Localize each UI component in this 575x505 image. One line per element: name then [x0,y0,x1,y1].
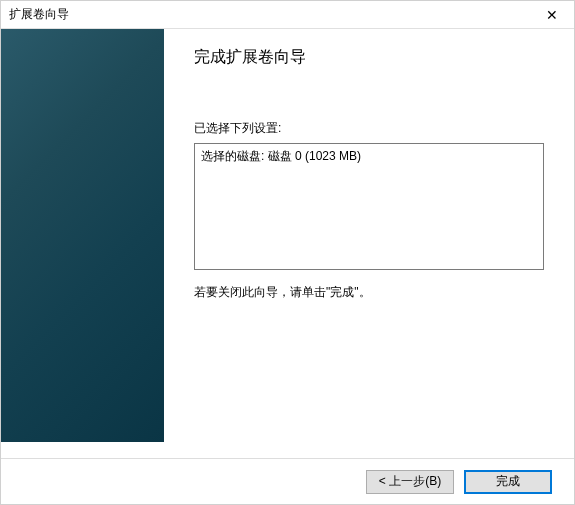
settings-item: 选择的磁盘: 磁盘 0 (1023 MB) [201,148,537,165]
wizard-side-graphic [1,29,164,442]
content-area: 完成扩展卷向导 已选择下列设置: 选择的磁盘: 磁盘 0 (1023 MB) 若… [1,29,574,458]
titlebar: 扩展卷向导 ✕ [1,1,574,29]
page-heading: 完成扩展卷向导 [194,47,544,68]
selected-settings-label: 已选择下列设置: [194,120,544,137]
settings-listbox[interactable]: 选择的磁盘: 磁盘 0 (1023 MB) [194,143,544,270]
wizard-window: 扩展卷向导 ✕ 完成扩展卷向导 已选择下列设置: 选择的磁盘: 磁盘 0 (10… [0,0,575,505]
finish-hint: 若要关闭此向导，请单击"完成"。 [194,284,544,301]
back-button[interactable]: < 上一步(B) [366,470,454,494]
close-button[interactable]: ✕ [529,1,574,29]
main-panel: 完成扩展卷向导 已选择下列设置: 选择的磁盘: 磁盘 0 (1023 MB) 若… [164,29,574,458]
window-title: 扩展卷向导 [9,6,69,23]
close-icon: ✕ [546,7,558,23]
finish-button[interactable]: 完成 [464,470,552,494]
button-row: < 上一步(B) 完成 [1,458,574,504]
